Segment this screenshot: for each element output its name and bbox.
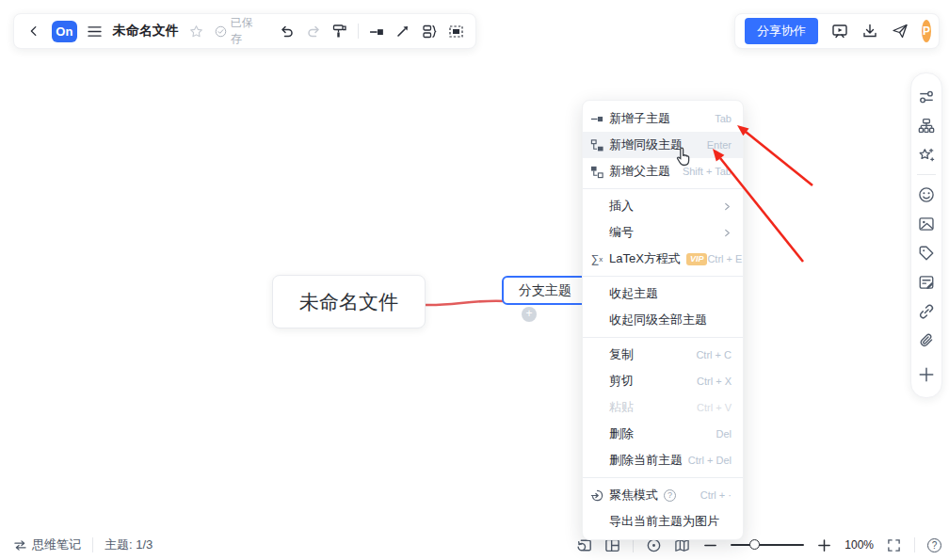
add-parent-topic-icon bbox=[589, 164, 604, 179]
menu-item-delete[interactable]: 删除 Del bbox=[583, 421, 743, 447]
app-logo[interactable]: On bbox=[52, 21, 77, 42]
menu-item-delete-current-topic[interactable]: 删除当前主题 Ctrl + Del bbox=[583, 447, 743, 473]
toolbar-divider bbox=[358, 24, 359, 39]
summary-tool-icon[interactable] bbox=[421, 23, 438, 40]
structure-icon[interactable] bbox=[912, 111, 941, 140]
zoom-slider-track[interactable] bbox=[731, 544, 804, 546]
help-icon[interactable]: ? bbox=[927, 538, 941, 552]
statusbar-left: 思维笔记 主题: 1/3 bbox=[13, 536, 153, 554]
zoom-slider[interactable] bbox=[731, 539, 804, 551]
statusbar-divider bbox=[92, 537, 93, 552]
menu-item-insert[interactable]: 插入 bbox=[583, 193, 743, 219]
share-collaborate-button[interactable]: 分享协作 bbox=[745, 18, 818, 44]
submenu-chevron-icon bbox=[723, 202, 732, 211]
format-painter-icon[interactable] bbox=[331, 23, 348, 40]
style-adjust-icon[interactable] bbox=[912, 82, 941, 111]
note-icon[interactable] bbox=[912, 267, 941, 296]
save-status: 已保存 bbox=[215, 15, 265, 47]
menu-divider bbox=[583, 276, 743, 277]
zoom-level[interactable]: 100% bbox=[844, 538, 874, 552]
vip-badge: VIP bbox=[686, 253, 708, 265]
send-icon[interactable] bbox=[892, 23, 909, 40]
back-button[interactable] bbox=[25, 23, 42, 40]
focus-mode-help-icon[interactable]: ? bbox=[664, 489, 676, 502]
menu-item-add-child-topic[interactable]: 新增子主题 Tab bbox=[583, 105, 743, 132]
attachment-icon[interactable] bbox=[912, 326, 941, 355]
mindmap-connector bbox=[0, 0, 949, 560]
menu-item-add-parent-topic[interactable]: 新增父主题 Shift + Tab bbox=[583, 158, 743, 184]
add-sibling-topic-icon bbox=[589, 137, 604, 152]
topic-counter: 主题: 1/3 bbox=[105, 536, 153, 553]
fullscreen-icon[interactable] bbox=[886, 537, 902, 553]
link-icon[interactable] bbox=[912, 296, 941, 326]
statusbar-divider bbox=[914, 537, 915, 552]
mode-switcher[interactable]: 思维笔记 bbox=[13, 536, 81, 553]
menu-item-paste: 粘贴 Ctrl + V bbox=[583, 394, 743, 421]
relation-line-icon[interactable] bbox=[368, 23, 385, 40]
collaboration-toolbar: 分享协作 P bbox=[734, 13, 940, 49]
menu-item-cut[interactable]: 剪切 Ctrl + X bbox=[583, 368, 743, 394]
more-insert-icon[interactable] bbox=[912, 360, 941, 389]
favorite-star-icon[interactable] bbox=[188, 23, 205, 40]
saved-check-icon bbox=[215, 25, 227, 38]
plus-icon: + bbox=[525, 307, 532, 320]
submenu-chevron-icon bbox=[723, 229, 732, 237]
switch-mode-icon bbox=[13, 539, 27, 552]
menu-divider bbox=[583, 337, 743, 338]
mindmap-root-node[interactable]: 未命名文件 bbox=[272, 275, 426, 328]
mindmap-branch-node[interactable]: 分支主题 bbox=[502, 276, 588, 305]
menu-item-export-topic-as-image[interactable]: 导出当前主题为图片 bbox=[583, 508, 743, 535]
topic-context-menu: 新增子主题 Tab 新增同级主题 Enter 新增父主题 Shift + Tab… bbox=[582, 100, 744, 540]
sidebar-divider bbox=[917, 174, 936, 175]
presentation-icon[interactable] bbox=[831, 23, 848, 40]
annotation-arrows bbox=[0, 0, 949, 560]
menu-item-add-sibling-topic[interactable]: 新增同级主题 Enter bbox=[583, 132, 743, 158]
latex-sigma-icon: ∑x bbox=[589, 251, 604, 266]
menu-divider bbox=[583, 188, 743, 189]
mode-label: 思维笔记 bbox=[32, 536, 81, 553]
undo-icon[interactable] bbox=[280, 23, 297, 40]
menu-item-copy[interactable]: 复制 Ctrl + C bbox=[583, 342, 743, 368]
emoji-icon[interactable] bbox=[912, 180, 941, 209]
menu-divider bbox=[583, 477, 743, 478]
zoom-slider-knob[interactable] bbox=[749, 539, 760, 550]
main-toolbar: On 未命名文件 已保存 bbox=[13, 13, 476, 49]
add-child-topic-icon bbox=[589, 111, 604, 126]
branch-node-label: 分支主题 bbox=[519, 282, 571, 299]
insert-sidebar bbox=[910, 72, 942, 398]
document-title[interactable]: 未命名文件 bbox=[113, 23, 179, 40]
menu-item-focus-mode[interactable]: 聚焦模式 ? Ctrl + · bbox=[583, 482, 743, 508]
download-icon[interactable] bbox=[861, 23, 878, 40]
expand-collapse-button[interactable]: + bbox=[522, 307, 537, 322]
focus-mode-icon bbox=[589, 488, 604, 503]
image-icon[interactable] bbox=[912, 209, 941, 238]
root-node-label: 未命名文件 bbox=[299, 289, 398, 315]
menu-item-numbering[interactable]: 编号 bbox=[583, 219, 743, 246]
select-tool-icon[interactable] bbox=[447, 23, 464, 40]
menu-item-collapse-topic[interactable]: 收起主题 bbox=[583, 280, 743, 307]
menu-item-latex-formula[interactable]: ∑x LaTeX方程式 VIP Ctrl + E bbox=[583, 246, 743, 272]
redo-icon[interactable] bbox=[305, 23, 322, 40]
save-status-label: 已保存 bbox=[231, 15, 265, 47]
menu-item-collapse-all-siblings[interactable]: 收起同级全部主题 bbox=[583, 307, 743, 333]
magic-beautify-icon[interactable] bbox=[912, 140, 941, 169]
arrow-tool-icon[interactable] bbox=[394, 23, 411, 40]
user-avatar[interactable]: P bbox=[922, 20, 931, 42]
tag-icon[interactable] bbox=[912, 238, 941, 267]
zoom-in-icon[interactable] bbox=[816, 537, 832, 553]
main-menu-button[interactable] bbox=[87, 23, 104, 40]
